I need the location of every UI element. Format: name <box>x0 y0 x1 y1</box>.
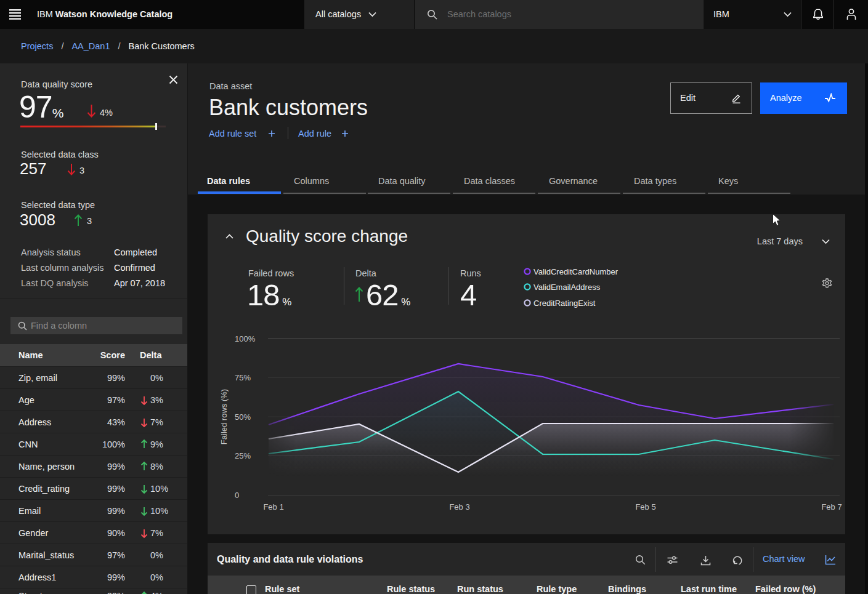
svg-text:0: 0 <box>235 491 239 500</box>
svg-text:Feb 1: Feb 1 <box>263 502 283 512</box>
svg-text:Feb 3: Feb 3 <box>449 502 469 512</box>
svg-text:Feb 5: Feb 5 <box>635 502 655 512</box>
svg-text:75%: 75% <box>235 373 251 382</box>
svg-text:Failed rows (%): Failed rows (%) <box>219 389 229 444</box>
svg-text:25%: 25% <box>235 451 251 460</box>
svg-text:100%: 100% <box>235 334 256 343</box>
svg-text:Feb 7: Feb 7 <box>821 502 842 512</box>
svg-text:50%: 50% <box>235 412 251 422</box>
